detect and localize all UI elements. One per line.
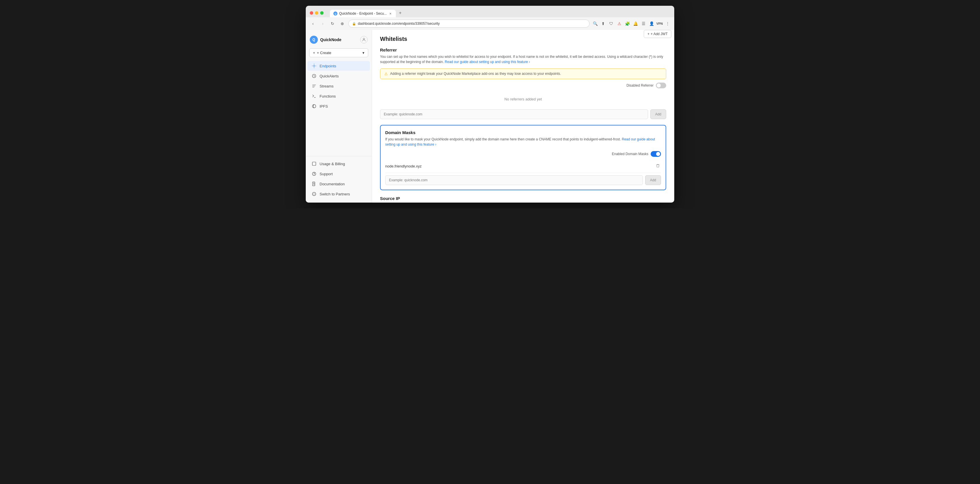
ipfs-icon bbox=[312, 103, 317, 109]
extensions-icon[interactable]: 🧩 bbox=[624, 21, 630, 27]
referrer-empty-text: No referrers added yet bbox=[504, 97, 542, 101]
close-button[interactable] bbox=[310, 11, 313, 15]
chevron-down-icon: ▾ bbox=[363, 51, 364, 55]
referrer-input[interactable] bbox=[380, 109, 648, 119]
bookmark-button[interactable]: ⊕ bbox=[339, 20, 346, 27]
domain-name: node.friendlynode.xyz bbox=[385, 164, 422, 168]
logo-icon: Q bbox=[310, 36, 318, 44]
referrer-empty-state: No referrers added yet bbox=[380, 91, 666, 107]
warning-icon: ⚠ bbox=[384, 71, 388, 76]
share-icon[interactable]: ⬆ bbox=[600, 21, 606, 27]
url-text: dashboard.quicknode.com/endpoints/339057… bbox=[358, 22, 440, 25]
source-ip-section: Source IP You can add up to 25 IP addres… bbox=[380, 196, 666, 203]
referrer-toggle-slider bbox=[656, 83, 666, 88]
vpn-icon[interactable]: VPN bbox=[656, 21, 663, 27]
domain-masks-title: Domain Masks bbox=[385, 130, 661, 135]
sidebar-item-switch-to-partners-label: Switch to Partners bbox=[320, 192, 350, 196]
plus-icon: + bbox=[648, 32, 649, 36]
domain-masks-input-row: Add bbox=[385, 175, 661, 185]
new-tab-button[interactable]: + bbox=[396, 9, 404, 17]
profile-icon[interactable]: 👤 bbox=[648, 21, 655, 27]
zoom-icon[interactable]: 🔍 bbox=[592, 21, 598, 27]
add-jwt-button[interactable]: + + Add JWT bbox=[644, 30, 671, 38]
sidebar-item-documentation-label: Documentation bbox=[320, 182, 345, 186]
logo-text: QuickNode bbox=[320, 37, 342, 42]
shield-icon[interactable]: 🛡 bbox=[608, 21, 614, 27]
add-jwt-label: + Add JWT bbox=[651, 32, 668, 36]
svg-point-4 bbox=[312, 105, 316, 108]
switch-to-partners-icon bbox=[312, 191, 317, 197]
usage-billing-icon bbox=[312, 161, 317, 166]
sidebar-item-functions[interactable]: Functions bbox=[307, 91, 370, 101]
domain-masks-toggle[interactable] bbox=[651, 151, 661, 157]
functions-icon bbox=[312, 94, 317, 99]
sidebar-item-support-label: Support bbox=[320, 172, 333, 176]
sidebar-item-streams-label: Streams bbox=[320, 84, 333, 88]
referrer-toggle-row: Disabled Referrer bbox=[380, 83, 666, 88]
domain-delete-button[interactable] bbox=[655, 163, 661, 170]
domain-masks-toggle-row: Enabled Domain Masks bbox=[385, 151, 661, 157]
streams-icon bbox=[312, 83, 317, 89]
sidebar-toggle-icon[interactable]: ☰ bbox=[640, 21, 647, 27]
sidebar-nav: Endpoints QuickAlerts bbox=[306, 61, 372, 156]
domain-item: node.friendlynode.xyz bbox=[385, 160, 661, 173]
domain-masks-toggle-slider bbox=[651, 151, 661, 157]
domain-masks-add-button[interactable]: Add bbox=[645, 175, 661, 185]
minimize-button[interactable] bbox=[315, 11, 318, 15]
create-label: + Create bbox=[317, 51, 331, 55]
referrer-section: Referrer You can set up the host names w… bbox=[380, 48, 666, 119]
create-icon: + bbox=[313, 51, 315, 55]
page-title: Whitelists bbox=[380, 36, 666, 42]
sidebar-item-streams[interactable]: Streams bbox=[307, 81, 370, 91]
active-tab[interactable]: Q QuickNode - Endpoint - Secu... ✕ bbox=[330, 10, 396, 17]
warning-text: Adding a referrer might break your Quick… bbox=[390, 71, 561, 76]
sidebar: Q QuickNode + + Create ▾ bbox=[306, 30, 372, 203]
referrer-input-row: Add bbox=[380, 109, 666, 119]
back-button[interactable]: ‹ bbox=[309, 20, 317, 27]
domain-masks-input[interactable] bbox=[385, 175, 643, 185]
sidebar-item-usage-billing-label: Usage & Billing bbox=[320, 162, 345, 166]
svg-rect-5 bbox=[312, 162, 316, 165]
alert-icon[interactable]: ⚠ bbox=[616, 21, 622, 27]
sidebar-item-documentation[interactable]: Documentation bbox=[307, 179, 370, 189]
svg-point-0 bbox=[363, 38, 364, 40]
address-bar[interactable]: 🔒 dashboard.quicknode.com/endpoints/3390… bbox=[348, 19, 590, 28]
domain-masks-section: Domain Masks If you would like to mask y… bbox=[380, 125, 666, 190]
referrer-toggle[interactable] bbox=[656, 83, 666, 88]
svg-rect-8 bbox=[313, 182, 315, 186]
main-content: + + Add JWT Whitelists Referrer You can … bbox=[372, 30, 674, 203]
avatar[interactable] bbox=[360, 36, 368, 43]
referrer-toggle-label: Disabled Referrer bbox=[627, 83, 654, 87]
endpoints-icon bbox=[312, 63, 317, 68]
tab-title: QuickNode - Endpoint - Secu... bbox=[339, 11, 387, 16]
domain-masks-toggle-label: Enabled Domain Masks bbox=[612, 152, 648, 156]
maximize-button[interactable] bbox=[320, 11, 324, 15]
domain-masks-description: If you would like to mask your QuickNode… bbox=[385, 136, 661, 147]
sidebar-item-switch-to-partners[interactable]: Switch to Partners bbox=[307, 189, 370, 199]
sidebar-item-quickalerts-label: QuickAlerts bbox=[320, 74, 339, 78]
forward-button[interactable]: › bbox=[319, 20, 326, 27]
tab-favicon: Q bbox=[333, 11, 337, 16]
menu-icon[interactable]: ⋮ bbox=[665, 21, 671, 27]
logo-area: Q QuickNode bbox=[310, 36, 342, 44]
sidebar-item-support[interactable]: Support bbox=[307, 169, 370, 179]
sidebar-item-functions-label: Functions bbox=[320, 94, 336, 98]
referrer-title: Referrer bbox=[380, 48, 666, 52]
source-ip-title: Source IP bbox=[380, 196, 666, 201]
sidebar-item-usage-billing[interactable]: Usage & Billing bbox=[307, 159, 370, 169]
referrer-description: You can set up the host names which you … bbox=[380, 54, 666, 65]
documentation-icon bbox=[312, 181, 317, 186]
referrer-add-button[interactable]: Add bbox=[651, 109, 666, 119]
secure-icon: 🔒 bbox=[352, 22, 356, 25]
quickalerts-icon bbox=[312, 73, 317, 79]
notifications-icon[interactable]: 🔔 bbox=[632, 21, 638, 27]
tab-close-button[interactable]: ✕ bbox=[388, 11, 392, 16]
sidebar-item-endpoints[interactable]: Endpoints bbox=[307, 61, 370, 71]
sidebar-item-ipfs[interactable]: IPFS bbox=[307, 101, 370, 111]
create-button[interactable]: + + Create ▾ bbox=[309, 48, 368, 57]
domain-masks-description-text: If you would like to mask your QuickNode… bbox=[385, 137, 621, 141]
sidebar-item-endpoints-label: Endpoints bbox=[320, 64, 336, 68]
referrer-guide-link[interactable]: Read our guide about setting up and usin… bbox=[445, 60, 530, 64]
sidebar-item-quickalerts[interactable]: QuickAlerts bbox=[307, 71, 370, 81]
refresh-button[interactable]: ↻ bbox=[329, 20, 336, 27]
